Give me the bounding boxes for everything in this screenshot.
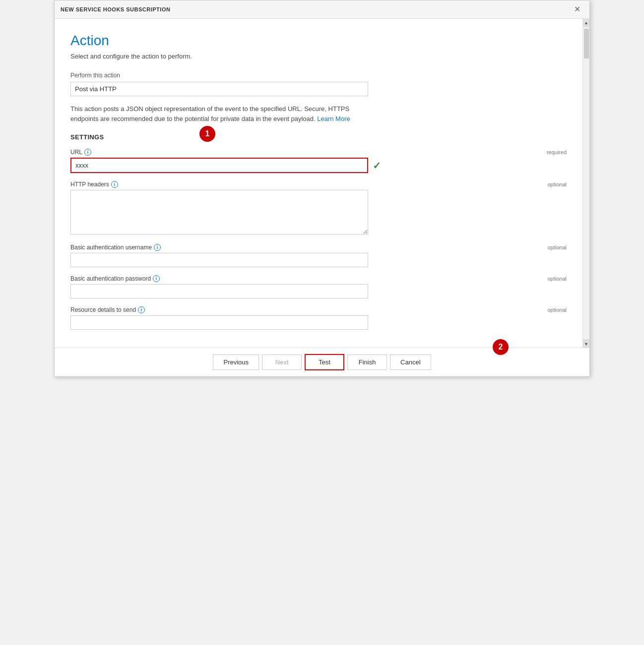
auth-password-field-label: Basic authentication password i <box>70 275 160 282</box>
auth-username-input[interactable] <box>70 253 368 267</box>
auth-password-badge: optional <box>547 276 567 282</box>
dialog-title: NEW SERVICE HOOKS SUBSCRIPTION <box>61 6 170 12</box>
resource-details-input[interactable] <box>70 315 368 330</box>
resource-details-field-row: Resource details to send i optional <box>70 306 567 330</box>
auth-username-field-row: Basic authentication username i optional <box>70 244 567 267</box>
auth-password-info-icon[interactable]: i <box>153 275 160 282</box>
url-field-row: URL i required ✓ <box>70 149 567 173</box>
url-badge: required <box>547 149 567 155</box>
action-select[interactable]: Post via HTTP <box>70 82 368 96</box>
finish-button[interactable]: Finish <box>347 354 387 370</box>
url-info-icon[interactable]: i <box>84 149 91 156</box>
dialog-body: Action Select and configure the action t… <box>55 19 589 348</box>
auth-password-input[interactable] <box>70 284 368 298</box>
url-checkmark: ✓ <box>373 160 381 172</box>
previous-button[interactable]: Previous <box>213 354 259 370</box>
http-headers-field-label: HTTP headers i <box>70 181 118 188</box>
auth-username-field-label: Basic authentication username i <box>70 244 161 251</box>
settings-section: SETTINGS 1 URL i required <box>70 133 567 330</box>
scrollbar-down-arrow[interactable]: ▼ <box>583 340 590 348</box>
learn-more-link[interactable]: Learn More <box>317 115 350 122</box>
cancel-button[interactable]: Cancel <box>390 354 431 370</box>
url-label-row: URL i required <box>70 149 567 156</box>
description-text: This action posts a JSON object represen… <box>70 104 368 123</box>
dialog-footer: 2 Previous Next Test Finish Cancel <box>55 348 589 376</box>
http-headers-textarea[interactable] <box>70 190 368 235</box>
close-icon[interactable]: ✕ <box>571 4 583 14</box>
http-headers-info-icon[interactable]: i <box>111 181 118 188</box>
http-headers-field-row: HTTP headers i optional <box>70 181 567 236</box>
next-button[interactable]: Next <box>262 354 302 370</box>
scrollbar-thumb[interactable] <box>584 29 589 59</box>
dialog: NEW SERVICE HOOKS SUBSCRIPTION ✕ Action … <box>54 0 590 377</box>
resource-details-label-row: Resource details to send i optional <box>70 306 567 313</box>
test-button[interactable]: Test <box>305 354 344 370</box>
action-field-label: Perform this action <box>70 72 567 79</box>
scrollbar-track: ▲ ▼ <box>582 19 589 348</box>
page-subtitle: Select and configure the action to perfo… <box>70 53 567 60</box>
auth-username-label-row: Basic authentication username i optional <box>70 244 567 251</box>
dialog-content: Action Select and configure the action t… <box>55 19 582 348</box>
resource-details-info-icon[interactable]: i <box>138 306 145 313</box>
action-field-row: Perform this action Post via HTTP <box>70 72 567 96</box>
badge-1: 1 <box>199 126 215 142</box>
settings-heading: SETTINGS <box>70 133 567 141</box>
auth-password-field-row: Basic authentication password i optional <box>70 275 567 298</box>
resource-details-badge: optional <box>547 307 567 313</box>
url-input[interactable] <box>70 158 368 173</box>
http-headers-label-row: HTTP headers i optional <box>70 181 567 188</box>
badge-2: 2 <box>493 339 509 355</box>
auth-password-label-row: Basic authentication password i optional <box>70 275 567 282</box>
dialog-titlebar: NEW SERVICE HOOKS SUBSCRIPTION ✕ <box>55 0 589 19</box>
scrollbar-up-arrow[interactable]: ▲ <box>583 19 590 27</box>
auth-username-info-icon[interactable]: i <box>154 244 161 251</box>
resource-details-field-label: Resource details to send i <box>70 306 145 313</box>
page-title: Action <box>70 33 567 49</box>
http-headers-badge: optional <box>547 181 567 187</box>
url-field-wrapper: ✓ <box>70 158 368 173</box>
url-field-label: URL i <box>70 149 91 156</box>
action-select-wrapper: Post via HTTP <box>70 82 368 96</box>
auth-username-badge: optional <box>547 244 567 250</box>
